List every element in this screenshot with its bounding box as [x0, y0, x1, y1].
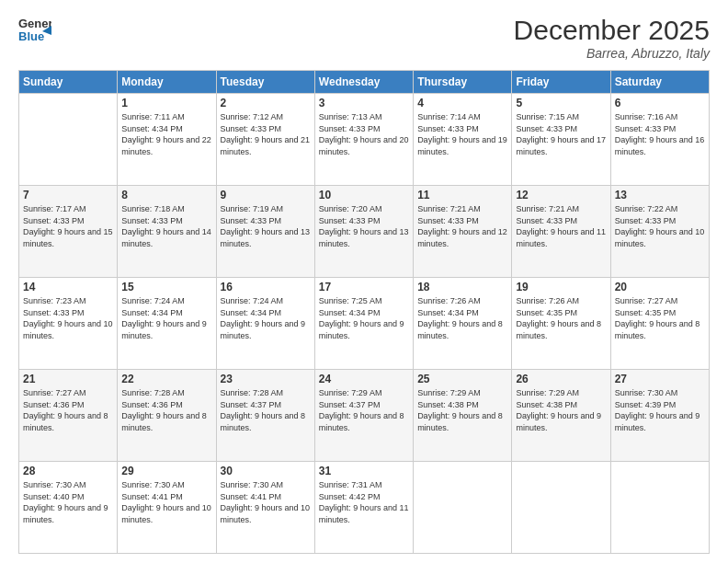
day-number: 4 — [417, 97, 507, 109]
calendar-cell: 3Sunrise: 7:13 AMSunset: 4:33 PMDaylight… — [314, 94, 413, 186]
day-info: Sunrise: 7:12 AMSunset: 4:33 PMDaylight:… — [221, 111, 311, 157]
day-number: 13 — [615, 189, 705, 201]
calendar-cell: 26Sunrise: 7:29 AMSunset: 4:38 PMDayligh… — [512, 370, 610, 462]
day-info: Sunrise: 7:13 AMSunset: 4:33 PMDaylight:… — [319, 111, 409, 157]
day-info: Sunrise: 7:22 AMSunset: 4:33 PMDaylight:… — [615, 203, 705, 249]
calendar: SundayMondayTuesdayWednesdayThursdayFrid… — [18, 70, 710, 554]
day-info: Sunrise: 7:21 AMSunset: 4:33 PMDaylight:… — [516, 203, 606, 249]
calendar-cell: 14Sunrise: 7:23 AMSunset: 4:33 PMDayligh… — [19, 278, 118, 370]
month-title: December 2025 — [514, 15, 710, 46]
day-number: 21 — [23, 373, 113, 385]
day-info: Sunrise: 7:29 AMSunset: 4:37 PMDaylight:… — [319, 387, 409, 433]
day-number: 24 — [319, 373, 409, 385]
calendar-cell: 11Sunrise: 7:21 AMSunset: 4:33 PMDayligh… — [414, 186, 512, 278]
day-number: 12 — [516, 189, 606, 201]
header: General Blue December 2025 Barrea, Abruz… — [18, 15, 710, 61]
day-info: Sunrise: 7:27 AMSunset: 4:35 PMDaylight:… — [615, 295, 705, 341]
calendar-cell: 20Sunrise: 7:27 AMSunset: 4:35 PMDayligh… — [610, 278, 709, 370]
calendar-cell: 9Sunrise: 7:19 AMSunset: 4:33 PMDaylight… — [216, 186, 314, 278]
day-info: Sunrise: 7:30 AMSunset: 4:41 PMDaylight:… — [121, 479, 211, 525]
day-info: Sunrise: 7:16 AMSunset: 4:33 PMDaylight:… — [615, 111, 705, 157]
day-number: 2 — [221, 97, 311, 109]
day-info: Sunrise: 7:29 AMSunset: 4:38 PMDaylight:… — [516, 387, 606, 433]
calendar-cell: 8Sunrise: 7:18 AMSunset: 4:33 PMDaylight… — [118, 186, 216, 278]
day-number: 15 — [121, 281, 211, 293]
day-info: Sunrise: 7:28 AMSunset: 4:36 PMDaylight:… — [121, 387, 211, 433]
calendar-cell — [19, 94, 118, 186]
day-info: Sunrise: 7:19 AMSunset: 4:33 PMDaylight:… — [221, 203, 311, 249]
title-block: December 2025 Barrea, Abruzzo, Italy — [514, 15, 710, 61]
day-info: Sunrise: 7:20 AMSunset: 4:33 PMDaylight:… — [319, 203, 409, 249]
location: Barrea, Abruzzo, Italy — [514, 46, 710, 61]
calendar-cell: 29Sunrise: 7:30 AMSunset: 4:41 PMDayligh… — [118, 462, 216, 554]
day-number: 9 — [221, 189, 311, 201]
day-number: 16 — [221, 281, 311, 293]
calendar-cell: 6Sunrise: 7:16 AMSunset: 4:33 PMDaylight… — [610, 94, 709, 186]
calendar-cell: 17Sunrise: 7:25 AMSunset: 4:34 PMDayligh… — [314, 278, 413, 370]
day-number: 31 — [319, 465, 409, 477]
day-number: 25 — [417, 373, 507, 385]
calendar-cell: 10Sunrise: 7:20 AMSunset: 4:33 PMDayligh… — [314, 186, 413, 278]
calendar-cell: 13Sunrise: 7:22 AMSunset: 4:33 PMDayligh… — [610, 186, 709, 278]
logo-image: General Blue — [18, 15, 51, 44]
day-number: 27 — [615, 373, 705, 385]
day-info: Sunrise: 7:30 AMSunset: 4:40 PMDaylight:… — [23, 479, 113, 525]
day-number: 20 — [615, 281, 705, 293]
day-number: 8 — [121, 189, 211, 201]
day-number: 14 — [23, 281, 113, 293]
day-info: Sunrise: 7:30 AMSunset: 4:39 PMDaylight:… — [615, 387, 705, 433]
day-number: 11 — [417, 189, 507, 201]
calendar-cell: 27Sunrise: 7:30 AMSunset: 4:39 PMDayligh… — [610, 370, 709, 462]
day-number: 19 — [516, 281, 606, 293]
day-info: Sunrise: 7:17 AMSunset: 4:33 PMDaylight:… — [23, 203, 113, 249]
day-info: Sunrise: 7:18 AMSunset: 4:33 PMDaylight:… — [121, 203, 211, 249]
day-info: Sunrise: 7:24 AMSunset: 4:34 PMDaylight:… — [121, 295, 211, 341]
day-info: Sunrise: 7:28 AMSunset: 4:37 PMDaylight:… — [221, 387, 311, 433]
day-number: 22 — [121, 373, 211, 385]
calendar-cell: 23Sunrise: 7:28 AMSunset: 4:37 PMDayligh… — [216, 370, 314, 462]
day-info: Sunrise: 7:24 AMSunset: 4:34 PMDaylight:… — [221, 295, 311, 341]
day-info: Sunrise: 7:27 AMSunset: 4:36 PMDaylight:… — [23, 387, 113, 433]
calendar-cell: 30Sunrise: 7:30 AMSunset: 4:41 PMDayligh… — [216, 462, 314, 554]
day-number: 3 — [319, 97, 409, 109]
calendar-cell: 12Sunrise: 7:21 AMSunset: 4:33 PMDayligh… — [512, 186, 610, 278]
svg-text:General: General — [18, 17, 51, 30]
weekday-header-saturday: Saturday — [610, 71, 709, 94]
calendar-cell: 1Sunrise: 7:11 AMSunset: 4:34 PMDaylight… — [118, 94, 216, 186]
calendar-cell: 7Sunrise: 7:17 AMSunset: 4:33 PMDaylight… — [19, 186, 118, 278]
calendar-cell: 4Sunrise: 7:14 AMSunset: 4:33 PMDaylight… — [414, 94, 512, 186]
logo: General Blue — [18, 15, 51, 44]
day-number: 6 — [615, 97, 705, 109]
calendar-cell: 2Sunrise: 7:12 AMSunset: 4:33 PMDaylight… — [216, 94, 314, 186]
day-number: 29 — [121, 465, 211, 477]
day-info: Sunrise: 7:25 AMSunset: 4:34 PMDaylight:… — [319, 295, 409, 341]
day-number: 17 — [319, 281, 409, 293]
day-number: 28 — [23, 465, 113, 477]
day-info: Sunrise: 7:14 AMSunset: 4:33 PMDaylight:… — [417, 111, 507, 157]
calendar-cell: 22Sunrise: 7:28 AMSunset: 4:36 PMDayligh… — [118, 370, 216, 462]
calendar-cell: 31Sunrise: 7:31 AMSunset: 4:42 PMDayligh… — [314, 462, 413, 554]
weekday-header-wednesday: Wednesday — [314, 71, 413, 94]
day-number: 23 — [221, 373, 311, 385]
weekday-header-thursday: Thursday — [414, 71, 512, 94]
calendar-cell: 5Sunrise: 7:15 AMSunset: 4:33 PMDaylight… — [512, 94, 610, 186]
day-info: Sunrise: 7:29 AMSunset: 4:38 PMDaylight:… — [417, 387, 507, 433]
calendar-cell: 24Sunrise: 7:29 AMSunset: 4:37 PMDayligh… — [314, 370, 413, 462]
day-number: 5 — [516, 97, 606, 109]
day-number: 26 — [516, 373, 606, 385]
calendar-cell: 28Sunrise: 7:30 AMSunset: 4:40 PMDayligh… — [19, 462, 118, 554]
weekday-header-monday: Monday — [118, 71, 216, 94]
day-number: 18 — [417, 281, 507, 293]
day-info: Sunrise: 7:30 AMSunset: 4:41 PMDaylight:… — [221, 479, 311, 525]
day-info: Sunrise: 7:31 AMSunset: 4:42 PMDaylight:… — [319, 479, 409, 525]
day-number: 30 — [221, 465, 311, 477]
day-info: Sunrise: 7:15 AMSunset: 4:33 PMDaylight:… — [516, 111, 606, 157]
calendar-cell — [610, 462, 709, 554]
day-number: 7 — [23, 189, 113, 201]
calendar-cell: 15Sunrise: 7:24 AMSunset: 4:34 PMDayligh… — [118, 278, 216, 370]
day-info: Sunrise: 7:21 AMSunset: 4:33 PMDaylight:… — [417, 203, 507, 249]
calendar-cell: 21Sunrise: 7:27 AMSunset: 4:36 PMDayligh… — [19, 370, 118, 462]
calendar-cell: 16Sunrise: 7:24 AMSunset: 4:34 PMDayligh… — [216, 278, 314, 370]
day-number: 10 — [319, 189, 409, 201]
day-info: Sunrise: 7:11 AMSunset: 4:34 PMDaylight:… — [121, 111, 211, 157]
